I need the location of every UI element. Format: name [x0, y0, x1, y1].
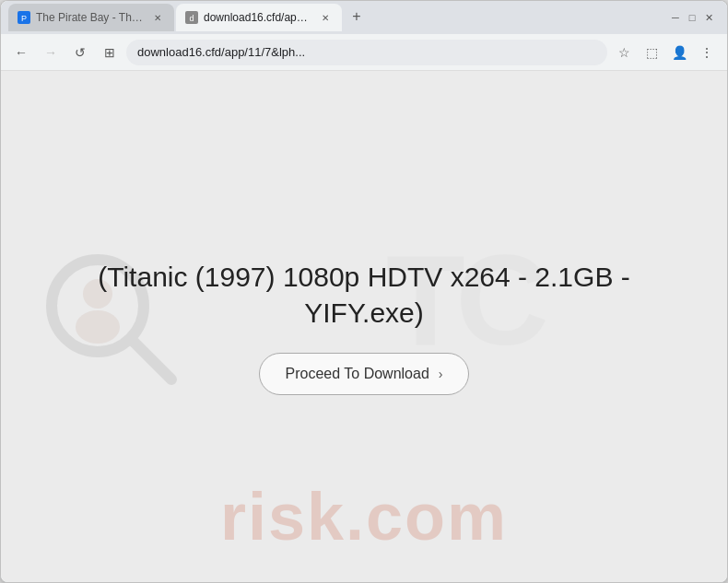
chevron-icon: ›	[439, 367, 443, 381]
tab-close-2[interactable]: ✕	[318, 10, 333, 25]
tab-label-1: The Pirate Bay - The galaxy's m...	[36, 11, 145, 24]
refresh-button[interactable]: ↺	[67, 40, 93, 65]
tab-download[interactable]: d download16.cfd/app/11/7&lph... ✕	[176, 4, 342, 31]
bookmark-button[interactable]: ☆	[611, 40, 637, 65]
tab-label-2: download16.cfd/app/11/7&lph...	[204, 11, 312, 24]
tab-favicon-2: d	[185, 11, 198, 24]
nav-bar: ← → ↺ ⊞ download16.cfd/app/11/7&lph... ☆…	[1, 34, 727, 71]
risk-watermark: risk.com	[220, 479, 508, 554]
address-bar[interactable]: download16.cfd/app/11/7&lph...	[126, 40, 607, 65]
close-button[interactable]: ✕	[701, 10, 716, 25]
page-title-line1: (Titanic (1997) 1080p HDTV x264 - 2.1GB …	[98, 262, 629, 292]
back-button[interactable]: ←	[8, 40, 34, 65]
page-title: (Titanic (1997) 1080p HDTV x264 - 2.1GB …	[98, 259, 629, 331]
page-title-line2: YIFY.exe)	[304, 297, 424, 328]
svg-text:P: P	[21, 14, 27, 23]
minimize-button[interactable]: ─	[668, 10, 683, 25]
page-content: TC risk.com (Titanic (1997) 1080p HDTV x…	[1, 71, 727, 582]
tab-piratebay[interactable]: P The Pirate Bay - The galaxy's m... ✕	[8, 4, 174, 31]
title-bar: P The Pirate Bay - The galaxy's m... ✕ d…	[1, 1, 727, 34]
screenshare-button[interactable]: ⊞	[97, 40, 123, 65]
maximize-button[interactable]: □	[685, 10, 699, 25]
main-content: (Titanic (1997) 1080p HDTV x264 - 2.1GB …	[79, 240, 648, 414]
tabs-bar: P The Pirate Bay - The galaxy's m... ✕ d…	[8, 4, 664, 31]
download-button-label: Proceed To Download	[286, 366, 429, 382]
browser-window: P The Pirate Bay - The galaxy's m... ✕ d…	[0, 0, 728, 583]
tab-favicon-1: P	[18, 11, 30, 24]
forward-button[interactable]: →	[38, 40, 64, 65]
svg-text:d: d	[189, 14, 194, 23]
address-text: download16.cfd/app/11/7&lph...	[137, 45, 596, 59]
window-controls: ─ □ ✕	[668, 10, 716, 25]
nav-right: ☆ ⬚ 👤 ⋮	[611, 40, 720, 65]
extensions-button[interactable]: ⬚	[639, 40, 664, 65]
tab-close-1[interactable]: ✕	[150, 10, 165, 25]
menu-button[interactable]: ⋮	[694, 40, 720, 65]
proceed-to-download-button[interactable]: Proceed To Download ›	[259, 353, 470, 395]
profile-button[interactable]: 👤	[666, 40, 692, 65]
new-tab-button[interactable]: +	[344, 4, 370, 29]
